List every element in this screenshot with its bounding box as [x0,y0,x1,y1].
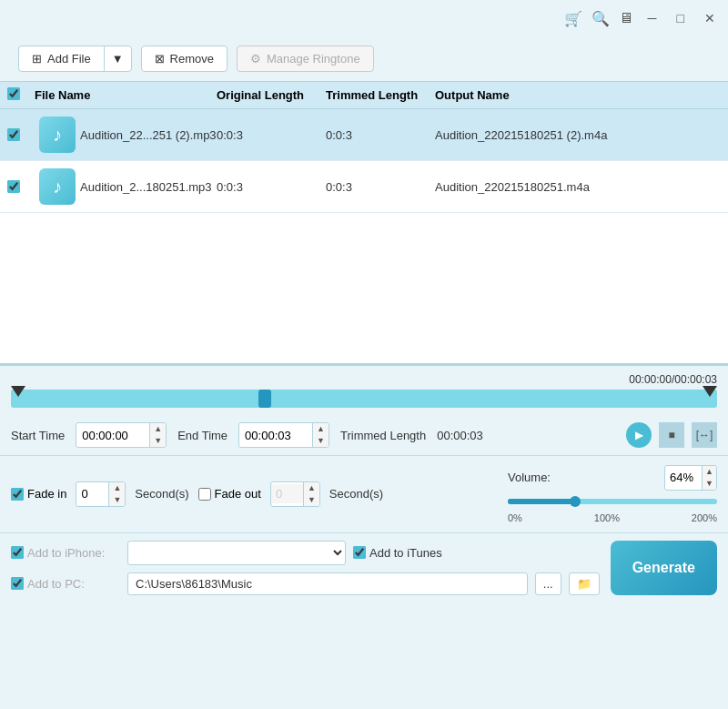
bottom-panel: 00:00:00/00:00:03 Start Time ▲ ▼ End Tim… [0,364,728,603]
volume-input[interactable] [665,469,702,486]
add-file-button[interactable]: ⊞ Add File [19,46,105,71]
title-bar: 🛒 🔍 🖥 ─ □ ✕ [0,0,728,36]
row-2-filename: Audition_2...180251.mp3 [80,180,217,194]
timeline-track[interactable] [11,390,717,408]
volume-value-group[interactable]: ▲ ▼ [664,465,717,491]
fade-in-group: Fade in [11,487,66,501]
row-1-trimmed-length: 0:0:3 [326,128,435,142]
playback-controls: ▶ ■ [↔] [626,422,717,448]
start-time-label: Start Time [11,429,65,442]
volume-fill [508,499,575,504]
row-2-original-length: 0:0:3 [217,180,326,194]
pc-path-input[interactable] [127,572,528,595]
file-list: ♪ Audition_22...251 (2).mp3 0:0:3 0:0:3 … [0,109,728,364]
fade-in-input[interactable] [76,484,108,503]
fade-out-up[interactable]: ▲ [304,482,319,494]
row-2-trimmed-length: 0:0:3 [326,180,435,194]
row-1-output-name: Audition_220215180251 (2).m4a [435,128,721,142]
remove-icon: ⊠ [155,52,165,66]
start-time-input[interactable] [76,426,149,445]
original-length-header: Original Length [217,88,326,102]
fade-in-checkbox[interactable] [11,488,24,501]
trimmed-length-value: 00:00:03 [437,429,483,442]
row-2-checkbox[interactable] [7,180,20,193]
add-to-pc-label: Add to PC: [27,577,85,591]
search-icon[interactable]: 🔍 [592,10,610,27]
end-time-up[interactable]: ▲ [313,423,329,435]
output-row: Add to iPhone: Add to iTunes Add to PC: … [11,541,600,595]
monitor-icon[interactable]: 🖥 [619,10,633,26]
end-time-down[interactable]: ▼ [313,435,329,447]
timeline-handle-right[interactable] [703,386,717,397]
generate-button[interactable]: Generate [611,541,717,595]
close-button[interactable]: ✕ [699,9,721,27]
end-time-input[interactable] [239,426,312,445]
select-all-checkbox[interactable] [7,87,20,100]
time-controls: Start Time ▲ ▼ End Time ▲ ▼ Trimmed Leng… [0,415,728,455]
browse-button[interactable]: ... [535,572,561,595]
start-time-down[interactable]: ▼ [150,435,166,447]
output-controls: Add to iPhone: Add to iTunes Add to PC: … [0,532,728,603]
music-icon: ♪ [39,168,76,205]
start-time-input-group[interactable]: ▲ ▼ [76,422,167,448]
remove-label: Remove [170,52,214,66]
fade-out-input-group[interactable]: ▲ ▼ [270,481,320,507]
output-name-header: Output Name [435,88,721,102]
volume-section: Volume: ▲ ▼ 0% 100% 200% [508,465,717,523]
fade-out-input[interactable] [271,484,303,503]
crop-button[interactable]: [↔] [692,422,717,448]
remove-button[interactable]: ⊠ Remove [141,46,228,72]
trimmed-length-label: Trimmed Length [340,429,426,442]
manage-ringtone-button[interactable]: ⚙ Manage Ringtone [237,46,374,72]
volume-slider[interactable] [508,494,717,509]
toolbar: ⊞ Add File ▼ ⊠ Remove ⚙ Manage Ringtone [0,36,728,81]
fade-in-input-group[interactable]: ▲ ▼ [76,481,126,507]
play-button[interactable]: ▶ [626,422,652,448]
add-to-iphone-label: Add to iPhone: [27,546,105,560]
iphone-select[interactable] [127,541,346,565]
volume-down[interactable]: ▼ [703,478,716,490]
fade-out-label: Fade out [215,487,261,501]
maximize-button[interactable]: □ [672,9,690,27]
add-to-itunes-group: Add to iTunes [353,546,442,560]
fade-in-down[interactable]: ▼ [109,494,125,506]
fade-out-down[interactable]: ▼ [304,494,319,506]
end-time-input-group[interactable]: ▲ ▼ [238,422,329,448]
stop-button[interactable]: ■ [659,422,684,448]
add-file-arrow-button[interactable]: ▼ [105,46,131,71]
end-time-label: End Time [177,429,228,442]
timeline-thumb[interactable] [258,390,271,408]
volume-min-label: 0% [508,512,522,523]
add-file-icon: ⊞ [32,52,42,66]
row-1-checkbox[interactable] [7,128,20,141]
volume-max-label: 200% [692,512,717,523]
row-2-output-name: Audition_220215180251.m4a [435,180,721,194]
fade-out-checkbox[interactable] [198,488,211,501]
start-time-up[interactable]: ▲ [150,423,166,435]
volume-thumb[interactable] [570,496,581,507]
fade-out-unit: Second(s) [329,487,383,501]
fade-in-up[interactable]: ▲ [109,482,125,494]
cart-icon[interactable]: 🛒 [564,10,582,27]
fade-out-group: Fade out [198,487,261,501]
volume-up[interactable]: ▲ [703,466,716,478]
add-to-itunes-label: Add to iTunes [369,546,442,560]
add-to-pc-checkbox[interactable] [11,577,24,590]
add-to-pc-group: Add to PC: [11,577,120,591]
trimmed-length-header: Trimmed Length [326,88,435,102]
timeline-area: 00:00:00/00:00:03 [0,366,728,415]
minimize-button[interactable]: ─ [642,9,662,27]
timeline-handle-left[interactable] [11,386,25,397]
add-to-itunes-checkbox[interactable] [353,546,366,559]
add-to-iphone-checkbox[interactable] [11,546,24,559]
folder-button[interactable]: 📁 [569,572,600,595]
table-row[interactable]: ♪ Audition_22...251 (2).mp3 0:0:3 0:0:3 … [0,109,728,161]
table-row[interactable]: ♪ Audition_2...180251.mp3 0:0:3 0:0:3 Au… [0,161,728,213]
manage-icon: ⚙ [250,52,261,66]
add-file-dropdown[interactable]: ⊞ Add File ▼ [18,46,132,72]
volume-track [508,499,717,504]
filename-header: File Name [35,88,217,102]
add-file-label: Add File [47,52,91,66]
pc-output-line: Add to PC: ... 📁 [11,572,600,595]
music-icon: ♪ [39,116,76,153]
